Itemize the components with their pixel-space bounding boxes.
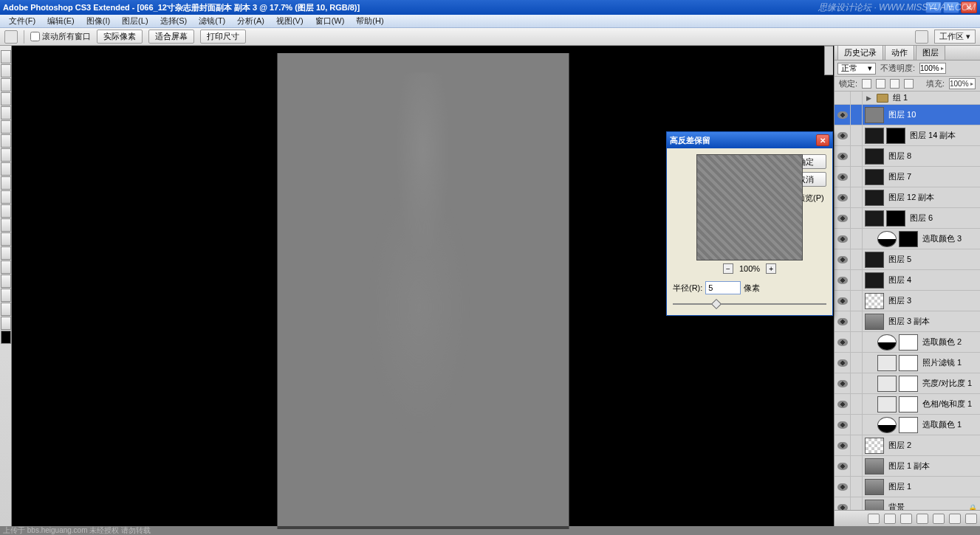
layer-thumbnail[interactable] [865,438,884,454]
layer-name-label[interactable]: 组 1 [893,92,976,103]
lasso-tool-icon[interactable] [1,78,11,92]
layer-name-label[interactable]: 图层 3 副本 [888,316,976,327]
layer-thumbnail[interactable] [877,231,897,247]
layer-thumbnail[interactable] [886,128,905,144]
group-arrow-icon[interactable]: ▶ [866,94,871,102]
layer-name-label[interactable]: 图层 14 副本 [910,130,976,141]
eyedropper-tool-icon[interactable] [1,120,11,134]
menu-edit[interactable]: 编辑(E) [43,15,79,27]
layer-thumbnail[interactable] [899,396,918,413]
visibility-toggle[interactable] [835,435,851,455]
visibility-toggle[interactable] [835,477,851,497]
visibility-toggle[interactable] [835,456,851,476]
layer-row[interactable]: 图层 3 [835,291,980,311]
radius-slider[interactable] [673,299,826,309]
layer-name-label[interactable]: 图层 6 [910,213,976,224]
visibility-toggle[interactable] [835,497,851,510]
dodge-tool-icon[interactable] [1,232,11,246]
layer-thumbnail[interactable] [865,128,884,144]
visibility-toggle[interactable] [835,105,851,125]
layer-row[interactable]: 图层 5 [835,249,980,270]
layer-row[interactable]: 图层 1 [835,477,980,497]
layer-thumbnail[interactable] [899,231,918,247]
layer-name-label[interactable]: 图层 5 [888,254,976,265]
visibility-toggle[interactable] [835,208,851,228]
healing-tool-icon[interactable] [1,134,11,148]
layer-name-label[interactable]: 图层 8 [888,151,976,162]
layer-name-label[interactable]: 图层 1 [888,481,976,492]
layer-row[interactable]: 选取颜色 2 [835,332,980,353]
layer-thumbnail[interactable] [877,417,897,433]
zoom-in-button[interactable]: + [766,263,776,274]
dialog-close-button[interactable]: ✕ [816,134,829,146]
visibility-toggle[interactable] [835,415,851,435]
layer-name-label[interactable]: 图层 4 [888,275,976,286]
lock-all-icon[interactable] [904,79,914,89]
type-tool-icon[interactable] [1,260,11,274]
layer-row[interactable]: 背景🔒 [835,497,980,510]
lock-position-icon[interactable] [890,79,900,89]
layer-name-label[interactable]: 背景 [888,502,968,510]
gradient-tool-icon[interactable] [1,204,11,218]
layer-mask-icon[interactable] [900,514,912,524]
path-tool-icon[interactable] [1,275,11,288]
layer-thumbnail[interactable] [865,107,884,123]
brush-tool-icon[interactable] [1,148,11,162]
tab-history[interactable]: 历史记录 [837,45,883,60]
layer-name-label[interactable]: 亮度/对比度 1 [922,378,976,389]
visibility-toggle[interactable] [835,229,851,249]
history-brush-tool-icon[interactable] [1,176,11,190]
visibility-toggle[interactable] [835,187,851,207]
layer-thumbnail[interactable] [877,355,897,371]
layer-name-label[interactable]: 选取颜色 1 [922,419,976,430]
layer-row[interactable]: 图层 7 [835,167,980,187]
layer-name-label[interactable]: 图层 1 副本 [888,460,976,472]
hand-tool-icon[interactable] [1,303,11,316]
foreground-background-swatch[interactable] [1,331,11,344]
layer-row[interactable]: 照片滤镜 1 [835,353,980,373]
layer-name-label[interactable]: 图层 2 [888,440,976,451]
slider-thumb-icon[interactable] [711,299,722,309]
layer-thumbnail[interactable] [865,169,884,185]
layer-thumbnail[interactable] [865,210,884,227]
move-tool-icon[interactable] [1,50,11,63]
layer-row[interactable]: 选取颜色 1 [835,415,980,435]
layer-thumbnail[interactable] [865,272,884,289]
new-group-icon[interactable] [933,514,945,524]
layer-thumbnail[interactable] [899,376,918,392]
shape-tool-icon[interactable] [1,289,11,302]
visibility-toggle[interactable] [835,291,851,311]
layer-thumbnail[interactable] [865,479,884,495]
layer-row[interactable]: 图层 14 副本 [835,125,980,146]
visibility-toggle[interactable] [835,125,851,145]
fit-screen-button[interactable]: 适合屏幕 [148,30,194,44]
wand-tool-icon[interactable] [1,92,11,106]
visibility-toggle[interactable] [835,249,851,269]
hand-tool-icon[interactable] [4,30,18,44]
dialog-preview-image[interactable] [696,154,803,260]
layer-name-label[interactable]: 图层 7 [888,171,976,182]
layer-name-label[interactable]: 色相/饱和度 1 [922,398,976,410]
layer-row[interactable]: 图层 4 [835,270,980,291]
actual-pixels-button[interactable]: 实际像素 [97,30,143,44]
layer-thumbnail[interactable] [886,210,905,227]
collapsed-palette-dock[interactable] [824,46,833,75]
eraser-tool-icon[interactable] [1,190,11,204]
layer-thumbnail[interactable] [865,314,884,330]
new-layer-icon[interactable] [949,514,961,524]
layer-thumbnail[interactable] [865,190,884,206]
layer-row[interactable]: 图层 6 [835,208,980,229]
layer-thumbnail[interactable] [877,396,897,413]
menu-image[interactable]: 图像(I) [82,15,114,27]
layer-style-icon[interactable] [884,514,896,524]
delete-layer-icon[interactable] [965,514,977,524]
layer-row[interactable]: 亮度/对比度 1 [835,373,980,394]
layer-thumbnail[interactable] [877,334,897,351]
layer-thumbnail[interactable] [865,252,884,268]
layer-thumbnail[interactable] [877,376,897,392]
marquee-tool-icon[interactable] [1,64,11,77]
layer-row[interactable]: 图层 3 副本 [835,311,980,332]
radius-input[interactable] [705,281,741,294]
visibility-toggle[interactable] [835,167,851,187]
maximize-button[interactable]: □ [943,1,959,13]
